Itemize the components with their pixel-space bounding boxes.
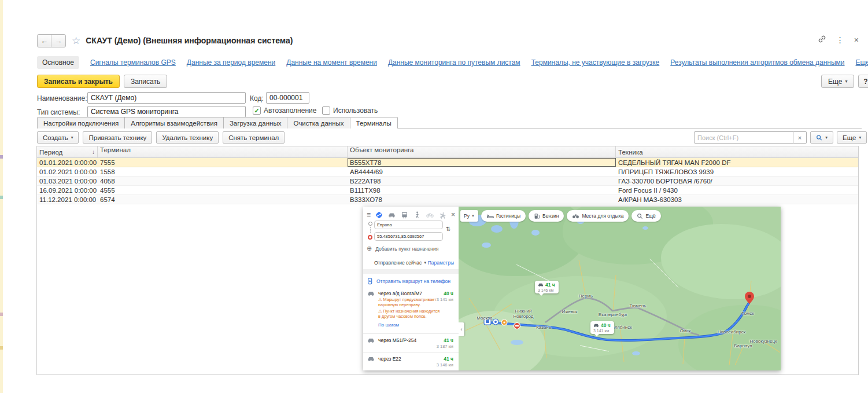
city-label: Нижний Новгород [511, 309, 536, 319]
delete-vehicle-button[interactable]: Удалить технику [156, 131, 219, 144]
currency-filter-chip[interactable]: Ру▼ [460, 210, 478, 222]
check-icon: ✓ [254, 107, 259, 115]
cell-period[interactable]: 01.03.2021 0:00:00 [37, 177, 98, 185]
routes-mode-icon[interactable] [375, 211, 383, 219]
menu-icon[interactable]: ≡ [367, 211, 371, 219]
route-badge-alt[interactable]: 41 ч 3 146 км [535, 281, 559, 293]
search-input[interactable] [694, 131, 793, 144]
cell-vehicle[interactable]: СЕДЕЛЬНЫЙ ТЯГАЧ MAN F2000 DF [616, 158, 858, 167]
list-more-button[interactable]: Еще▾ [837, 131, 867, 144]
cell-period[interactable]: 11.12.2021 0:00:00 [37, 195, 98, 204]
route-option-1[interactable]: через а/д Волга/М7 40 ч 3 141 км ⚠ Маршр… [363, 289, 459, 332]
cell-vehicle[interactable]: Ford Focus II / 9430 [616, 186, 858, 194]
column-header-terminal[interactable]: Терминал [98, 146, 348, 157]
cell-vehicle[interactable]: П/ПРИЦЕП ТЯЖЕЛОВОЗ 9939 [616, 167, 858, 176]
forward-button[interactable]: → [51, 35, 65, 47]
use-checkbox[interactable]: Использовать [322, 106, 378, 115]
route-time: 41 ч [444, 337, 453, 343]
cell-terminal[interactable]: 7555 [98, 158, 348, 167]
cell-terminal[interactable]: 6574 [98, 195, 348, 204]
cell-object[interactable]: В222АТ98 [348, 177, 616, 185]
route-from-input[interactable] [374, 221, 443, 229]
nav-link-period-data[interactable]: Данные за период времени [187, 58, 275, 67]
route-steps-link[interactable]: По шагам [378, 322, 399, 328]
cell-period[interactable]: 16.09.2021 0:00:00 [37, 186, 98, 194]
create-button[interactable]: Создать▾ [37, 131, 79, 144]
city-label: Томск [741, 311, 754, 316]
plane-mode-icon[interactable] [438, 211, 447, 219]
table-row[interactable]: 01.02.2021 0:00:00 1558 АВ4444/69 П/ПРИЦ… [37, 167, 858, 177]
get-link-icon[interactable] [818, 35, 826, 45]
route-option-3[interactable]: через Е22 41 ч 3 146 км [363, 355, 459, 370]
route-option-2[interactable]: через М51/Р-254 41 ч 3 187 км [363, 336, 459, 351]
cell-vehicle[interactable]: ГАЗ-330700 БОРТОВАЯ /6760/ [616, 177, 858, 185]
cell-period[interactable]: 01.02.2021 0:00:00 [37, 167, 98, 176]
cell-object[interactable]: АВ4444/69 [348, 167, 616, 176]
nav-link-waybill-monitoring[interactable]: Данные мониторинга по путевым листам [388, 58, 520, 67]
close-panel-icon[interactable]: × [451, 211, 455, 219]
bicycle-mode-icon[interactable] [426, 211, 434, 219]
cell-object-focused[interactable]: В555ХТ78 [348, 158, 616, 167]
table-header-row: Период↓ Терминал Объект мониторинга Техн… [37, 146, 858, 158]
tab-data-cleanup[interactable]: Очистка данных [287, 117, 350, 128]
clear-search-button[interactable]: × [793, 131, 807, 144]
departure-dropdown[interactable]: Отправление сейчас [374, 260, 422, 266]
name-field[interactable] [87, 92, 246, 104]
column-header-object[interactable]: Объект мониторинга [348, 146, 616, 157]
more-categories-chip[interactable]: Ещё [631, 210, 660, 222]
nav-link-gps-signals[interactable]: Сигналы терминалов GPS [90, 58, 176, 67]
route-to-input[interactable] [374, 232, 443, 241]
map-canvas[interactable]: Ру▼ Гостиницы Бензин Места для отдыха Ещ… [459, 207, 781, 370]
hotels-chip[interactable]: Гостиницы [481, 210, 526, 222]
tab-terminals[interactable]: Терминалы [350, 117, 398, 128]
cell-terminal[interactable]: 1558 [98, 167, 348, 176]
nav-link-excluded-terminals[interactable]: Терминалы, не участвующие в загрузке [531, 58, 660, 67]
autofill-checkbox[interactable]: ✓ Автозаполнение [253, 106, 316, 115]
detach-terminal-button[interactable]: Снять терминал [223, 131, 285, 144]
close-window-icon[interactable]: × [854, 36, 859, 44]
nav-more-link[interactable]: Еще...▼ [856, 58, 868, 67]
tab-data-loading[interactable]: Загрузка данных [223, 117, 288, 128]
parameters-link[interactable]: Параметры [428, 260, 454, 266]
column-header-vehicle[interactable]: Техника [616, 149, 858, 156]
add-destination-button[interactable]: ⊕ Добавить пункт назначения [367, 245, 438, 252]
nav-link-moment-data[interactable]: Данные на момент времени [286, 58, 377, 67]
more-menu-icon[interactable]: ⋮ [836, 36, 844, 44]
cell-terminal[interactable]: 4058 [98, 177, 348, 185]
swap-points-icon[interactable]: ⇅ [446, 226, 450, 232]
rest-places-chip[interactable]: Места для отдыха [567, 210, 629, 222]
pedestrian-mode-icon[interactable] [413, 211, 422, 219]
route-badge-main[interactable]: 40 ч 3 141 км [590, 321, 614, 334]
cell-period[interactable]: 01.01.2021 0:00:00 [37, 158, 98, 167]
column-header-period[interactable]: Период↓ [37, 146, 98, 157]
use-label: Использовать [333, 106, 378, 115]
transit-mode-icon[interactable] [400, 211, 409, 219]
search-button[interactable]: ▾ [810, 131, 833, 144]
fuel-chip[interactable]: Бензин [529, 210, 564, 222]
rest-places-label: Места для отдыха [582, 213, 623, 219]
favorite-star-icon[interactable]: ☆ [72, 35, 80, 47]
code-field[interactable] [266, 92, 309, 104]
table-row[interactable]: 16.09.2021 0:00:00 4555 В111ТХ98 Ford Fo… [37, 186, 858, 195]
car-mode-icon[interactable] [387, 211, 396, 219]
nav-item-main[interactable]: Основное [37, 56, 79, 69]
nav-link-exchange-results[interactable]: Результаты выполнения алгоритмов обмена … [670, 58, 844, 67]
form-more-button[interactable]: Еще▾ [821, 75, 854, 88]
help-button[interactable]: ? [858, 75, 868, 88]
send-to-phone-link[interactable]: Отправить маршрут на телефон [367, 278, 450, 285]
cell-terminal[interactable]: 4555 [98, 186, 348, 194]
tab-interaction-algorithms[interactable]: Алгоритмы взаимодействия [124, 117, 224, 128]
table-row[interactable]: 01.03.2021 0:00:00 4058 В222АТ98 ГАЗ-330… [37, 177, 858, 186]
collapse-panel-handle[interactable]: ‹ [459, 322, 464, 336]
attach-vehicle-button[interactable]: Привязать технику [83, 131, 152, 144]
checkbox-checked-icon: ✓ [253, 106, 261, 115]
back-button[interactable]: ← [38, 35, 51, 47]
save-and-close-button[interactable]: Записать и закрыть [37, 75, 120, 88]
cell-vehicle[interactable]: А/КРАН МАЗ-630303 [616, 195, 858, 204]
table-row[interactable]: 01.01.2021 0:00:00 7555 В555ХТ78 СЕДЕЛЬН… [37, 158, 858, 167]
tab-connection-settings[interactable]: Настройки подключения [37, 117, 125, 128]
save-button[interactable]: Записать [124, 75, 167, 88]
cell-object[interactable]: В333ХО78 [348, 195, 616, 204]
cell-object[interactable]: В111ТХ98 [348, 186, 616, 194]
table-row[interactable]: 11.12.2021 0:00:00 6574 В333ХО78 А/КРАН … [37, 195, 858, 204]
